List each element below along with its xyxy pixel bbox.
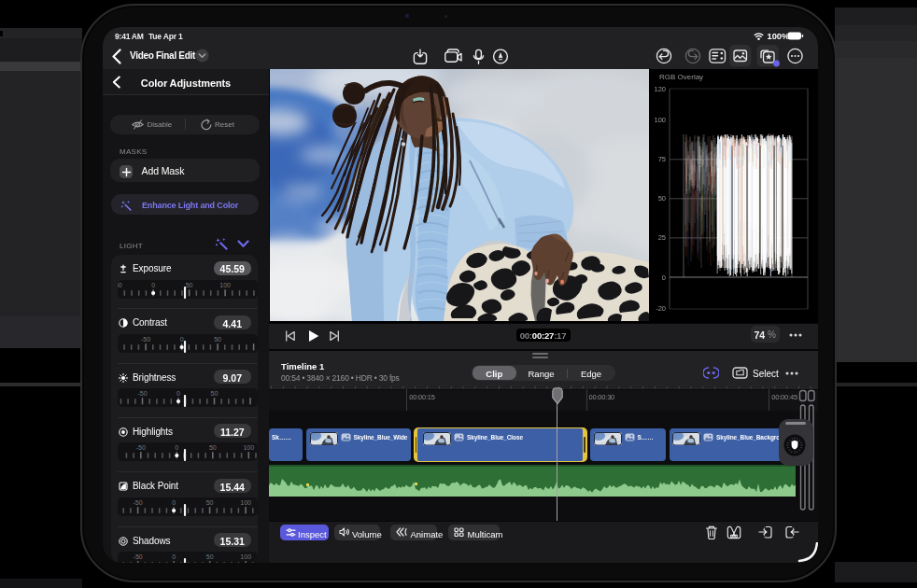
svg-text:120: 120	[654, 85, 666, 93]
svg-text:25: 25	[658, 233, 666, 242]
svg-text:0: 0	[172, 553, 176, 560]
svg-text:100: 100	[243, 444, 254, 451]
svg-text:50: 50	[208, 444, 216, 451]
svg-text:-50: -50	[141, 336, 150, 343]
svg-text:RGB Overlay: RGB Overlay	[659, 73, 703, 81]
svg-text:75: 75	[658, 155, 666, 163]
svg-text:0: 0	[662, 273, 666, 282]
svg-text:50: 50	[658, 194, 666, 203]
svg-text:50: 50	[205, 499, 213, 506]
svg-text:100: 100	[219, 282, 231, 288]
svg-text:0: 0	[176, 390, 180, 397]
svg-text:50: 50	[185, 282, 192, 288]
svg-text:0: 0	[151, 282, 155, 288]
svg-text:-50: -50	[135, 444, 145, 451]
svg-text:100%: 100%	[768, 32, 791, 41]
svg-text:100: 100	[240, 499, 251, 506]
svg-text:-20: -20	[656, 304, 666, 313]
svg-text:0: 0	[175, 444, 178, 451]
svg-text:-50: -50	[118, 282, 122, 288]
svg-text:50: 50	[210, 390, 218, 397]
svg-text:50: 50	[205, 553, 213, 560]
svg-text:0: 0	[172, 499, 176, 506]
svg-text:100: 100	[654, 116, 666, 124]
svg-text:-50: -50	[133, 499, 142, 506]
svg-text:-50: -50	[133, 553, 142, 560]
svg-text:100: 100	[240, 553, 251, 560]
svg-text:-50: -50	[137, 390, 147, 397]
svg-text:50: 50	[214, 336, 221, 343]
svg-text:0: 0	[179, 336, 183, 343]
